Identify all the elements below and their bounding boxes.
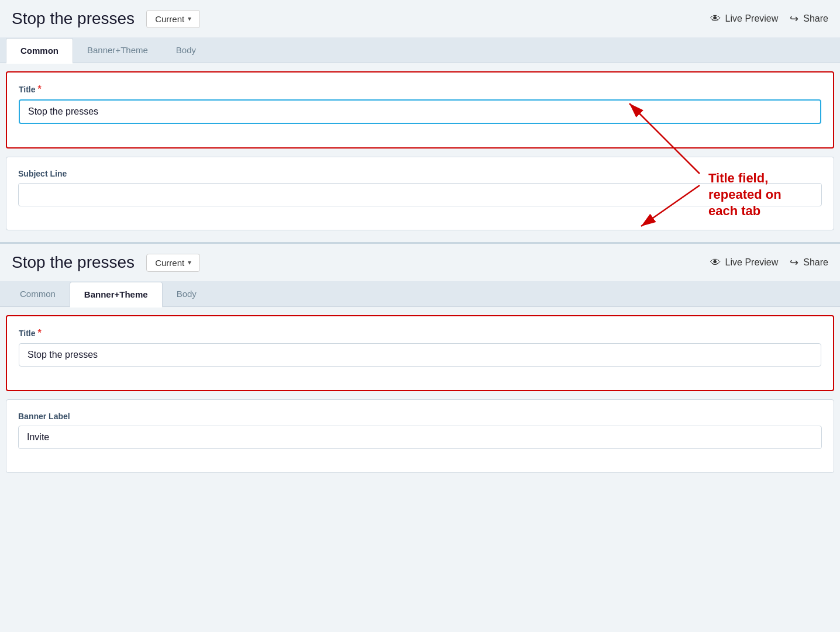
section-bottom: Stop the presses Current ▾ 👁 Live Previe… [0,244,840,473]
banner-label-box-bottom: Banner Label [6,399,834,473]
version-label-top: Current [155,14,184,24]
title-field-box-top: Title * [6,71,834,148]
required-star-bottom: * [38,328,42,339]
title-label-top: Title * [19,84,821,95]
tab-common-top[interactable]: Common [6,38,73,64]
title-label-bottom: Title * [19,328,821,339]
header-actions-top: 👁 Live Preview ↪ Share [710,12,828,25]
required-star-top: * [38,84,42,95]
header-top: Stop the presses Current ▾ 👁 Live Previe… [0,0,840,37]
tab-body-bottom[interactable]: Body [163,281,211,307]
tab-common-bottom[interactable]: Common [6,281,70,307]
share-button-bottom[interactable]: ↪ Share [790,256,828,269]
chevron-down-icon-bottom: ▾ [188,258,191,267]
share-label-top: Share [803,13,828,24]
live-preview-button-bottom[interactable]: 👁 Live Preview [710,257,779,269]
title-field-group-top: Title * [19,84,821,124]
version-dropdown-bottom[interactable]: Current ▾ [146,254,200,272]
share-icon-top: ↪ [790,12,798,25]
header-actions-bottom: 👁 Live Preview ↪ Share [710,256,828,269]
live-preview-button-top[interactable]: 👁 Live Preview [710,13,779,25]
tab-body-top[interactable]: Body [162,37,210,63]
tab-banner-theme-top[interactable]: Banner+Theme [73,37,162,63]
live-preview-label-top: Live Preview [725,13,779,24]
tab-banner-theme-bottom[interactable]: Banner+Theme [70,282,163,308]
subject-input-top[interactable] [18,183,822,206]
tabs-bar-bottom: Common Banner+Theme Body [0,281,840,307]
eye-icon-bottom: 👁 [710,257,721,269]
chevron-down-icon-top: ▾ [188,15,191,23]
subject-field-group-top: Subject Line [18,169,822,206]
subject-label-top: Subject Line [18,169,822,178]
eye-icon-top: 👁 [710,13,721,25]
page-title-bottom: Stop the presses [12,253,135,272]
share-icon-bottom: ↪ [790,256,798,269]
section-top: Stop the presses Current ▾ 👁 Live Previe… [0,0,840,244]
version-dropdown-top[interactable]: Current ▾ [146,10,200,28]
title-input-top[interactable] [19,99,821,124]
header-bottom: Stop the presses Current ▾ 👁 Live Previe… [0,244,840,281]
subject-field-box-top: Subject Line [6,157,834,230]
banner-label-label-bottom: Banner Label [18,412,822,421]
title-input-bottom[interactable] [19,343,821,367]
version-label-bottom: Current [155,258,184,268]
banner-label-field-group-bottom: Banner Label [18,412,822,449]
tabs-bar-top: Common Banner+Theme Body [0,37,840,63]
page-title-top: Stop the presses [12,9,135,28]
banner-label-input-bottom[interactable] [18,426,822,449]
share-button-top[interactable]: ↪ Share [790,12,828,25]
title-field-group-bottom: Title * [19,328,821,367]
live-preview-label-bottom: Live Preview [725,257,779,268]
title-field-box-bottom: Title * [6,315,834,391]
share-label-bottom: Share [803,257,828,268]
